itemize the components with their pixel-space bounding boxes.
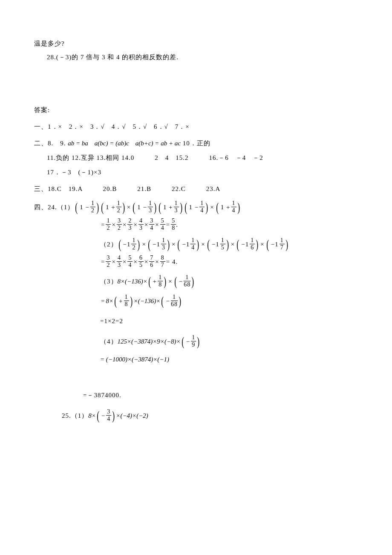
q24-1-final: 58: [171, 218, 176, 231]
q24-4-line2: = (−1000)×(−3874)×(−1): [34, 354, 358, 364]
paren-group: (−112): [118, 237, 141, 251]
paren-group: ( − 34 ): [96, 409, 116, 422]
fraction: 23: [127, 218, 133, 231]
fraction: 34: [106, 409, 111, 422]
fraction: 76: [149, 255, 154, 268]
frac: 34: [106, 409, 111, 422]
fraction: 168: [171, 294, 178, 307]
q24-1-expression: (1 −12)(1 +12)×(1 −13)(1 +13)(1 −14)×(1 …: [74, 200, 241, 214]
paren-group: ( + 18 ): [147, 275, 167, 288]
paren-group: (−115): [206, 237, 230, 251]
fraction: 14: [199, 200, 205, 214]
fraction: 19: [191, 335, 196, 348]
fraction: 18: [124, 294, 129, 307]
sign: +: [152, 276, 158, 286]
paren-group: (1 −14): [184, 200, 210, 214]
q24-4-line3: =－3874000.: [34, 390, 358, 400]
section-2-line3: 17．－3 (－1)×3: [34, 167, 358, 177]
fraction: 15: [220, 237, 225, 251]
paren-group: ( − 168 ): [173, 275, 195, 288]
fraction: 13: [148, 200, 153, 214]
paren-group: (−117): [265, 237, 289, 251]
fraction: 12: [106, 218, 111, 231]
q24-2-result-fracs: 32×43×54×65×76×87: [106, 255, 165, 268]
q24-3-line1: （3） 8×(−136)× ( + 18 ) × ( − 168 ): [34, 275, 358, 288]
q24-2-tail: = 4.: [165, 257, 179, 267]
fraction: 16: [250, 237, 255, 251]
q24-2-label: （2）: [100, 239, 118, 249]
sign: −: [185, 336, 191, 347]
q25-1-head: 8×: [88, 410, 96, 421]
q24-3-label: （3）: [100, 276, 118, 286]
section-2-label: 二、: [34, 140, 48, 147]
fraction: 65: [138, 255, 144, 268]
fraction: 12: [116, 200, 121, 214]
q24-1-header: 四、 24.（1） (1 −12)(1 +12)×(1 −13)(1 +13)(…: [34, 200, 358, 214]
frac: 18: [158, 275, 163, 288]
q24-1-label: 24.（1）: [48, 202, 74, 212]
q24-3-l2-head: 8×: [106, 296, 113, 306]
q24-3-line2: = 8× ( + 18 ) ×(−136)× ( − 168 ): [34, 294, 358, 307]
q25-1-tail: ×(−4)×(−2): [116, 410, 148, 421]
eq-sign: =: [100, 220, 106, 230]
fraction: 34: [149, 218, 154, 231]
paren-group: ( + 18 ): [113, 294, 133, 307]
fraction: 54: [160, 218, 165, 231]
fraction: 43: [138, 218, 144, 231]
question-28: 28.(－3)的 7 倍与 3 和 4 的积的相反数的差.: [34, 52, 358, 62]
q24-3-head: 8×(−136)×: [118, 276, 147, 286]
paren-group: (1 +13): [158, 200, 184, 214]
sign: −: [165, 296, 170, 306]
paren-group: (−116): [236, 237, 259, 251]
fraction: 14: [190, 237, 196, 251]
frac: 168: [184, 275, 190, 288]
q24-1-result-fracs: 12×32×23×43×34×54: [106, 218, 165, 231]
paren-group: (−114): [176, 237, 200, 251]
q24-3-l2-mid: ×(−136)×: [134, 296, 161, 306]
q24-2-result: = 32×43×54×65×76×87 = 4.: [34, 255, 358, 268]
answers-title: 答案:: [34, 105, 358, 115]
frac: 19: [191, 335, 196, 348]
paren-group: ( − 19 ): [181, 335, 201, 348]
fraction: 12: [131, 237, 136, 251]
frac: 18: [124, 294, 129, 307]
fraction: 58: [171, 218, 176, 231]
q24-1-result: = 12×32×23×43×34×54 = 58 .: [34, 218, 358, 231]
fraction: 43: [117, 255, 122, 268]
q24-4-label: （4）: [100, 336, 118, 347]
q24-2-expression: (−112)×(−113)×(−114)×(−115)×(−116)×(−117…: [118, 237, 289, 251]
eq-sign-2: =: [165, 220, 171, 230]
period: .: [176, 220, 178, 230]
document-body: 温是多少? 28.(－3)的 7 倍与 3 和 4 的积的相反数的差. 答案: …: [34, 38, 358, 422]
fraction: 54: [127, 255, 133, 268]
eq-sign: =: [100, 296, 106, 306]
sign: −: [101, 410, 106, 421]
fraction: 32: [117, 218, 122, 231]
paren-group: ( − 168 ): [160, 294, 182, 307]
section-4-label: 四、: [34, 202, 48, 212]
section-2-line1: 二、8. 9. ab = ba a(bc) = (ab)c a(b+c) = a…: [34, 138, 358, 148]
sign: −: [178, 276, 184, 286]
section-3: 三、18.C 19.A 20.B 21.B 22.C 23.A: [34, 184, 358, 194]
section-2-suffix: 10．正的: [183, 140, 210, 147]
fraction: 87: [160, 255, 165, 268]
fraction: 18: [158, 275, 163, 288]
section-1-items: 1．× 2．× 3．√ 4．√ 5．√ 6．√ 7．×: [48, 123, 190, 130]
q24-2-header: （2） (−112)×(−113)×(−114)×(−115)×(−116)×(…: [34, 237, 358, 251]
frac: 168: [171, 294, 178, 307]
section-2-line2: 11.负的 12.互异 13.相同 14.0 2 4 15.2 16.－6 －4…: [34, 153, 358, 163]
section-3-label: 三、: [34, 185, 48, 192]
paren-group: (1 −13): [132, 200, 158, 214]
fraction: 168: [184, 275, 190, 288]
q24-3-line3: =1×2=2: [34, 316, 358, 326]
q24-4-line1: （4） 125×(−3874)×9×(−8)× ( − 19 ): [34, 335, 358, 348]
sign: +: [118, 296, 124, 306]
section-1: 一、1．× 2．× 3．√ 4．√ 5．√ 6．√ 7．×: [34, 121, 358, 132]
eq-sign: =: [100, 257, 106, 267]
header-line1: 温是多少?: [34, 38, 358, 49]
section-2-prefix: 8. 9.: [48, 140, 66, 147]
fraction: 13: [161, 237, 166, 251]
paren-group: (1 +12): [100, 200, 126, 214]
paren-group: (1 +14): [215, 200, 241, 214]
section-3-items: 18.C 19.A 20.B 21.B 22.C 23.A: [48, 185, 220, 192]
